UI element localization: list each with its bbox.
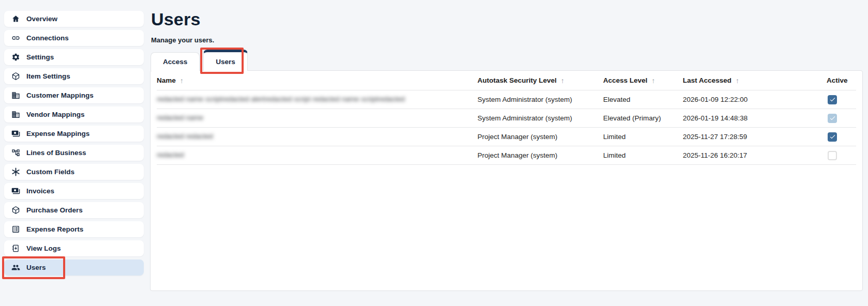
- tab-users[interactable]: Users: [203, 50, 248, 71]
- sidebar-item-label: Item Settings: [26, 72, 70, 80]
- sidebar-item-label: Lines of Business: [26, 149, 86, 157]
- cell-active: [827, 95, 856, 104]
- sidebar-item-item-settings[interactable]: Item Settings: [4, 68, 144, 84]
- sidebar-item-label: Users: [26, 264, 46, 271]
- logs-icon: [11, 244, 20, 253]
- cell-name: redacted name scriptredacted alertredact…: [157, 95, 477, 104]
- sidebar-item-label: Custom Fields: [26, 168, 74, 176]
- sidebar-item-label: Overview: [26, 15, 57, 23]
- sidebar-item-connections[interactable]: Connections: [4, 30, 144, 46]
- sidebar-item-label: Connections: [26, 34, 69, 42]
- sidebar-item-label: Expense Reports: [26, 225, 83, 233]
- page-title: Users: [151, 9, 201, 29]
- page-subtitle: Manage your users.: [151, 36, 214, 44]
- sidebar-item-lines-of-business[interactable]: Lines of Business: [4, 145, 144, 161]
- sidebar-item-view-logs[interactable]: View Logs: [4, 240, 144, 256]
- payments-icon: [11, 187, 20, 195]
- cell-access-level: Elevated (Primary): [603, 114, 683, 122]
- tab-access[interactable]: Access: [151, 52, 200, 71]
- sort-arrow-icon: ↑: [561, 76, 564, 85]
- cell-access-level: Elevated: [603, 96, 683, 103]
- column-header-name[interactable]: Name ↑: [157, 76, 477, 85]
- sidebar-item-invoices[interactable]: Invoices: [4, 183, 144, 199]
- users-table-card: Name ↑ Autotask Security Level ↑ Access …: [150, 70, 863, 291]
- link-icon: [11, 34, 20, 42]
- sidebar-item-label: View Logs: [26, 244, 61, 252]
- sidebar-item-label: Vendor Mappings: [26, 111, 85, 118]
- tab-bar: Access Users: [151, 50, 248, 71]
- sidebar-item-settings[interactable]: Settings: [4, 49, 144, 65]
- table-row: redacted Project Manager (system) Limite…: [151, 146, 862, 164]
- redacted-name: redacted redacted: [157, 132, 213, 140]
- column-header-last-accessed[interactable]: Last Accessed ↑: [683, 76, 827, 85]
- cell-security-level: Project Manager (system): [477, 133, 603, 141]
- users-icon: [11, 263, 20, 272]
- cell-name: redacted: [157, 151, 477, 160]
- active-checkbox[interactable]: [828, 95, 837, 104]
- cell-access-level: Limited: [603, 151, 683, 159]
- sidebar: Overview Connections Settings Item Setti…: [4, 11, 144, 276]
- sort-arrow-icon: ↑: [736, 76, 739, 85]
- sort-arrow-icon: ↑: [180, 76, 184, 85]
- sidebar-item-label: Invoices: [26, 187, 54, 195]
- cell-security-level: System Administrator (system): [477, 96, 603, 103]
- cell-access-level: Limited: [603, 133, 683, 141]
- row-divider: [157, 164, 856, 165]
- package-icon: [11, 72, 20, 81]
- cell-active: [827, 151, 856, 160]
- active-checkbox[interactable]: [828, 132, 837, 142]
- cell-last-accessed: 2025-11-27 17:28:59: [683, 133, 827, 141]
- home-icon: [11, 14, 20, 23]
- sidebar-item-purchase-orders[interactable]: Purchase Orders: [4, 202, 144, 218]
- table-row: redacted redacted Project Manager (syste…: [151, 128, 862, 146]
- tree-icon: [11, 148, 20, 157]
- package-icon: [11, 206, 20, 215]
- sidebar-item-users[interactable]: Users: [4, 259, 144, 276]
- active-checkbox[interactable]: [828, 151, 837, 160]
- table-header-row: Name ↑ Autotask Security Level ↑ Access …: [151, 71, 862, 90]
- building-icon: [11, 110, 20, 119]
- table-row: redacted name System Administrator (syst…: [151, 109, 862, 127]
- cell-last-accessed: 2026-01-09 12:22:00: [683, 96, 827, 103]
- redacted-name: redacted name: [157, 114, 203, 121]
- sidebar-item-label: Customer Mappings: [26, 91, 94, 99]
- payments-icon: [11, 129, 20, 138]
- column-header-access-level[interactable]: Access Level ↑: [603, 76, 683, 85]
- sidebar-item-custom-fields[interactable]: Custom Fields: [4, 164, 144, 180]
- redacted-name: redacted name scriptredacted alertredact…: [157, 95, 405, 103]
- column-header-security-level[interactable]: Autotask Security Level ↑: [477, 76, 603, 85]
- cell-last-accessed: 2025-11-26 16:20:17: [683, 151, 827, 159]
- cell-name: redacted redacted: [157, 132, 477, 142]
- asterisk-icon: [11, 167, 20, 176]
- cell-name: redacted name: [157, 114, 477, 123]
- sidebar-item-label: Expense Mappings: [26, 130, 89, 137]
- column-header-active: Active: [827, 76, 856, 84]
- table-row: redacted name scriptredacted alertredact…: [151, 90, 862, 109]
- report-icon: [11, 225, 20, 234]
- sidebar-item-expense-mappings[interactable]: Expense Mappings: [4, 126, 144, 142]
- redacted-name: redacted: [157, 151, 184, 159]
- sidebar-item-customer-mappings[interactable]: Customer Mappings: [4, 87, 144, 103]
- building-icon: [11, 91, 20, 100]
- cell-active: [827, 114, 856, 123]
- sidebar-item-vendor-mappings[interactable]: Vendor Mappings: [4, 106, 144, 123]
- active-checkbox-disabled: [828, 114, 837, 123]
- cell-last-accessed: 2026-01-19 14:48:38: [683, 114, 827, 122]
- cell-security-level: System Administrator (system): [477, 114, 603, 122]
- sidebar-item-overview[interactable]: Overview: [4, 11, 144, 27]
- sidebar-item-label: Settings: [26, 53, 54, 61]
- sidebar-item-label: Purchase Orders: [26, 206, 83, 214]
- gear-icon: [11, 53, 20, 62]
- cell-security-level: Project Manager (system): [477, 151, 603, 159]
- sort-arrow-icon: ↑: [652, 76, 655, 85]
- cell-active: [827, 132, 856, 142]
- sidebar-item-expense-reports[interactable]: Expense Reports: [4, 221, 144, 237]
